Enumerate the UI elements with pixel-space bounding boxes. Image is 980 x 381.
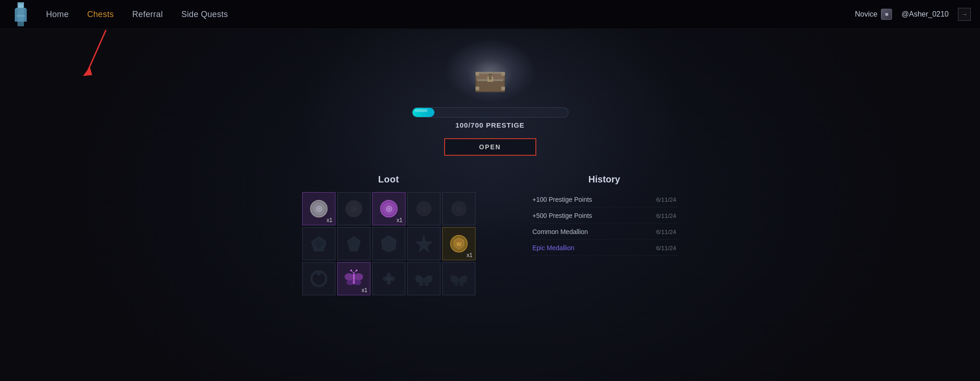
svg-point-50 bbox=[354, 273, 363, 281]
nav-username: @Asher_0210 bbox=[901, 10, 949, 18]
nav-exit-button[interactable]: → bbox=[958, 8, 971, 21]
nav-links: Home Chests Referral Side Quests bbox=[46, 10, 855, 19]
loot-count-9: x1 bbox=[467, 252, 473, 258]
loot-icon-coin-purple: ◎ bbox=[379, 199, 399, 219]
loot-icon-star-dim bbox=[414, 234, 434, 254]
loot-icon-butterfly-purple bbox=[344, 269, 364, 289]
loot-cell-1[interactable]: ◎ bbox=[337, 192, 370, 225]
nav-logo bbox=[9, 3, 32, 26]
svg-text:◎: ◎ bbox=[386, 205, 392, 212]
loot-cell-3[interactable]: ◎ bbox=[407, 192, 440, 225]
nav-referral[interactable]: Referral bbox=[132, 10, 163, 19]
rank-label: Novice bbox=[855, 10, 878, 18]
loot-icon-wings-dim bbox=[414, 269, 434, 289]
loot-icon-ring-dim bbox=[309, 269, 329, 289]
loot-icon-flower-dim bbox=[379, 269, 399, 289]
loot-cell-12[interactable] bbox=[372, 262, 405, 295]
loot-icon-gem-dim2 bbox=[344, 234, 364, 254]
svg-point-48 bbox=[317, 271, 321, 275]
loot-icon-wings-dim2 bbox=[449, 269, 469, 289]
loot-cell-8[interactable] bbox=[407, 227, 440, 260]
loot-icon-dim4: ◎ bbox=[449, 199, 469, 219]
navbar: Home Chests Referral Side Quests Novice … bbox=[0, 0, 980, 29]
history-item-name-3: Epic Medallion bbox=[533, 244, 575, 252]
svg-point-24 bbox=[488, 74, 490, 76]
nav-right: Novice ■ @Asher_0210 → bbox=[855, 8, 971, 21]
svg-point-51 bbox=[346, 280, 354, 285]
history-item-name-1: +500 Prestige Points bbox=[533, 212, 593, 219]
svg-rect-5 bbox=[18, 4, 23, 8]
loot-icon-coin-dim: ◎ bbox=[344, 199, 364, 219]
svg-marker-43 bbox=[416, 235, 432, 252]
progress-container: 100/700 PRESTIGE bbox=[412, 107, 569, 134]
loot-count-0: x1 bbox=[327, 217, 333, 223]
history-row-3: Epic Medallion 6/11/24 bbox=[531, 240, 678, 256]
bottom-section: Loot ◎ x1 bbox=[302, 174, 678, 295]
history-item-name-2: Common Medallion bbox=[533, 228, 588, 235]
svg-rect-19 bbox=[475, 72, 479, 76]
svg-rect-4 bbox=[18, 22, 24, 26]
loot-cell-5[interactable] bbox=[302, 227, 335, 260]
loot-cell-10[interactable] bbox=[302, 262, 335, 295]
svg-marker-42 bbox=[381, 235, 396, 252]
loot-icon-medallion-gold: W bbox=[449, 234, 469, 254]
history-date-3: 6/11/24 bbox=[656, 245, 676, 252]
loot-cell-9[interactable]: W x1 bbox=[442, 227, 475, 260]
loot-cell-14[interactable] bbox=[442, 262, 475, 295]
loot-icon-gem-dim3 bbox=[379, 234, 399, 254]
svg-point-56 bbox=[350, 270, 352, 271]
nav-home[interactable]: Home bbox=[46, 10, 69, 19]
nav-rank-display: Novice ■ bbox=[855, 9, 892, 20]
svg-point-25 bbox=[490, 74, 492, 76]
nav-side-quests[interactable]: Side Quests bbox=[181, 10, 228, 19]
history-item-name-0: +100 Prestige Points bbox=[533, 196, 593, 203]
history-date-1: 6/11/24 bbox=[656, 212, 676, 219]
svg-point-52 bbox=[354, 280, 361, 285]
loot-cell-6[interactable] bbox=[337, 227, 370, 260]
svg-rect-20 bbox=[501, 72, 505, 76]
history-date-0: 6/11/24 bbox=[656, 196, 676, 203]
loot-grid: ◎ x1 ◎ bbox=[302, 192, 475, 295]
svg-point-49 bbox=[345, 273, 354, 281]
chest-glow bbox=[449, 47, 532, 107]
svg-point-62 bbox=[386, 276, 392, 281]
svg-point-57 bbox=[356, 270, 358, 271]
loot-count-2: x1 bbox=[397, 217, 403, 223]
loot-cell-0[interactable]: ◎ x1 bbox=[302, 192, 335, 225]
loot-icon-dim3: ◎ bbox=[414, 199, 434, 219]
svg-text:W: W bbox=[456, 241, 461, 247]
progress-bar-fill bbox=[412, 108, 434, 117]
svg-rect-53 bbox=[353, 273, 355, 284]
nav-chests[interactable]: Chests bbox=[87, 10, 114, 19]
progress-label: 100/700 PRESTIGE bbox=[412, 121, 569, 129]
svg-point-18 bbox=[489, 77, 492, 80]
history-title: History bbox=[531, 174, 678, 185]
loot-cell-2[interactable]: ◎ x1 bbox=[372, 192, 405, 225]
history-section: History +100 Prestige Points 6/11/24 +50… bbox=[531, 174, 678, 256]
svg-rect-22 bbox=[501, 87, 505, 90]
history-row-2: Common Medallion 6/11/24 bbox=[531, 224, 678, 240]
svg-rect-21 bbox=[475, 87, 479, 90]
loot-icon-coin-silver: ◎ bbox=[309, 199, 329, 219]
progress-bar-background bbox=[412, 107, 569, 117]
loot-cell-4[interactable]: ◎ bbox=[442, 192, 475, 225]
loot-count-11: x1 bbox=[362, 287, 368, 293]
svg-rect-6 bbox=[17, 15, 25, 17]
history-row-0: +100 Prestige Points 6/11/24 bbox=[531, 192, 678, 207]
svg-marker-41 bbox=[347, 236, 360, 251]
chest-image bbox=[467, 59, 513, 96]
loot-section: Loot ◎ x1 bbox=[302, 174, 475, 295]
svg-text:◎: ◎ bbox=[351, 205, 357, 212]
logo-icon bbox=[11, 2, 30, 26]
history-list: +100 Prestige Points 6/11/24 +500 Presti… bbox=[531, 192, 678, 256]
loot-cell-13[interactable] bbox=[407, 262, 440, 295]
history-date-2: 6/11/24 bbox=[656, 229, 676, 235]
main-content: 100/700 PRESTIGE OPEN Loot ◎ bbox=[0, 29, 980, 295]
open-chest-button[interactable]: OPEN bbox=[444, 138, 536, 156]
history-row-1: +500 Prestige Points 6/11/24 bbox=[531, 208, 678, 223]
loot-cell-11[interactable]: x1 bbox=[337, 262, 370, 295]
loot-title: Loot bbox=[378, 174, 399, 185]
chest-area: 100/700 PRESTIGE OPEN bbox=[412, 47, 569, 156]
loot-cell-7[interactable] bbox=[372, 227, 405, 260]
svg-text:◎: ◎ bbox=[421, 205, 427, 212]
